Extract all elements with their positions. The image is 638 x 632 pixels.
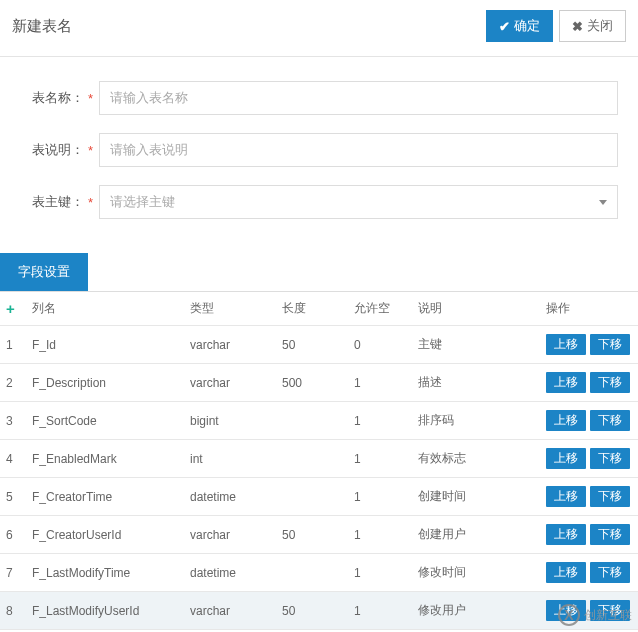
th-type: 类型 [184, 292, 276, 326]
cell-nullable: 1 [348, 554, 412, 592]
move-up-button[interactable]: 上移 [546, 334, 586, 355]
th-ops: 操作 [540, 292, 638, 326]
th-nullable: 允许空 [348, 292, 412, 326]
cell-desc: 创建时间 [412, 478, 540, 516]
fields-table: + 列名 类型 长度 允许空 说明 操作 1F_Idvarchar500主键上移… [0, 291, 638, 632]
cell-type: varchar [184, 364, 276, 402]
form-panel: 表名称： * 请输入表名称 表说明： * 请输入表说明 表主键： * 请选择主键 [0, 57, 638, 247]
cell-length [276, 402, 348, 440]
row-index: 5 [0, 478, 26, 516]
form-row-pk: 表主键： * 请选择主键 [20, 185, 618, 219]
cell-name: F_CreatorUserId [26, 516, 184, 554]
cell-name: F_LastModifyUserId [26, 592, 184, 630]
move-up-button[interactable]: 上移 [546, 524, 586, 545]
cell-type: varchar [184, 516, 276, 554]
cell-nullable: 1 [348, 592, 412, 630]
form-row-desc: 表说明： * 请输入表说明 [20, 133, 618, 167]
table-row[interactable]: 3F_SortCodebigint1排序码上移下移 [0, 402, 638, 440]
cell-type: varchar [184, 592, 276, 630]
cell-length [276, 554, 348, 592]
cell-ops: 上移下移 [540, 364, 638, 402]
cell-ops: 上移下移 [540, 440, 638, 478]
table-pk-label: 表主键： [20, 193, 84, 211]
cell-length: 50 [276, 592, 348, 630]
cell-nullable: 1 [348, 364, 412, 402]
row-index: 3 [0, 402, 26, 440]
tabs: 字段设置 [0, 253, 638, 291]
cell-name: F_CreatorTime [26, 478, 184, 516]
cell-desc: 有效标志 [412, 440, 540, 478]
table-row[interactable]: 1F_Idvarchar500主键上移下移 [0, 326, 638, 364]
cell-type: int [184, 440, 276, 478]
cell-length [276, 478, 348, 516]
row-index: 6 [0, 516, 26, 554]
cell-desc: 创建用户 [412, 516, 540, 554]
confirm-label: 确定 [514, 17, 540, 35]
move-up-button[interactable]: 上移 [546, 486, 586, 507]
required-star-icon: * [88, 91, 93, 106]
modal-header: 新建表名 ✔ 确定 ✖ 关闭 [0, 0, 638, 57]
cell-ops: 上移下移 [540, 554, 638, 592]
table-header-row: + 列名 类型 长度 允许空 说明 操作 [0, 292, 638, 326]
move-up-button[interactable]: 上移 [546, 372, 586, 393]
cell-length: 50 [276, 516, 348, 554]
table-pk-placeholder: 请选择主键 [110, 193, 175, 211]
cell-name: F_Id [26, 326, 184, 364]
move-down-button[interactable]: 下移 [590, 524, 630, 545]
cell-nullable: 1 [348, 516, 412, 554]
close-button[interactable]: ✖ 关闭 [559, 10, 626, 42]
close-icon: ✖ [572, 19, 583, 34]
row-index: 8 [0, 592, 26, 630]
watermark: X 创新互联 [558, 604, 632, 626]
tab-fields[interactable]: 字段设置 [0, 253, 88, 291]
table-desc-placeholder: 请输入表说明 [110, 141, 188, 159]
move-up-button[interactable]: 上移 [546, 562, 586, 583]
confirm-button[interactable]: ✔ 确定 [486, 10, 553, 42]
cell-length [276, 440, 348, 478]
plus-icon: + [6, 300, 15, 317]
th-length: 长度 [276, 292, 348, 326]
cell-ops: 上移下移 [540, 516, 638, 554]
table-name-input[interactable]: 请输入表名称 [99, 81, 618, 115]
move-down-button[interactable]: 下移 [590, 410, 630, 431]
cell-name: F_SortCode [26, 402, 184, 440]
cell-type: datetime [184, 554, 276, 592]
form-row-name: 表名称： * 请输入表名称 [20, 81, 618, 115]
modal-title: 新建表名 [12, 17, 486, 36]
cell-name: F_EnabledMark [26, 440, 184, 478]
cell-nullable: 0 [348, 326, 412, 364]
cell-nullable: 1 [348, 440, 412, 478]
cell-type: bigint [184, 402, 276, 440]
table-pk-select[interactable]: 请选择主键 [99, 185, 618, 219]
watermark-text: 创新互联 [584, 607, 632, 624]
row-index: 1 [0, 326, 26, 364]
cell-desc: 描述 [412, 364, 540, 402]
cell-name: F_LastModifyTime [26, 554, 184, 592]
table-row[interactable]: 8F_LastModifyUserIdvarchar501修改用户上移下移 [0, 592, 638, 630]
table-row[interactable]: 6F_CreatorUserIdvarchar501创建用户上移下移 [0, 516, 638, 554]
watermark-logo-icon: X [558, 604, 580, 626]
row-index: 7 [0, 554, 26, 592]
cell-length: 50 [276, 326, 348, 364]
move-down-button[interactable]: 下移 [590, 372, 630, 393]
table-row[interactable]: 7F_LastModifyTimedatetime1修改时间上移下移 [0, 554, 638, 592]
move-down-button[interactable]: 下移 [590, 448, 630, 469]
move-down-button[interactable]: 下移 [590, 562, 630, 583]
cell-desc: 修改时间 [412, 554, 540, 592]
table-desc-label: 表说明： [20, 141, 84, 159]
cell-length: 500 [276, 364, 348, 402]
move-up-button[interactable]: 上移 [546, 448, 586, 469]
cell-ops: 上移下移 [540, 402, 638, 440]
table-row[interactable]: 5F_CreatorTimedatetime1创建时间上移下移 [0, 478, 638, 516]
cell-desc: 主键 [412, 326, 540, 364]
move-down-button[interactable]: 下移 [590, 486, 630, 507]
cell-ops: 上移下移 [540, 478, 638, 516]
cell-type: datetime [184, 478, 276, 516]
table-desc-input[interactable]: 请输入表说明 [99, 133, 618, 167]
th-name: 列名 [26, 292, 184, 326]
table-row[interactable]: 4F_EnabledMarkint1有效标志上移下移 [0, 440, 638, 478]
table-row[interactable]: 2F_Descriptionvarchar5001描述上移下移 [0, 364, 638, 402]
add-row-button[interactable]: + [0, 292, 26, 326]
move-down-button[interactable]: 下移 [590, 334, 630, 355]
move-up-button[interactable]: 上移 [546, 410, 586, 431]
